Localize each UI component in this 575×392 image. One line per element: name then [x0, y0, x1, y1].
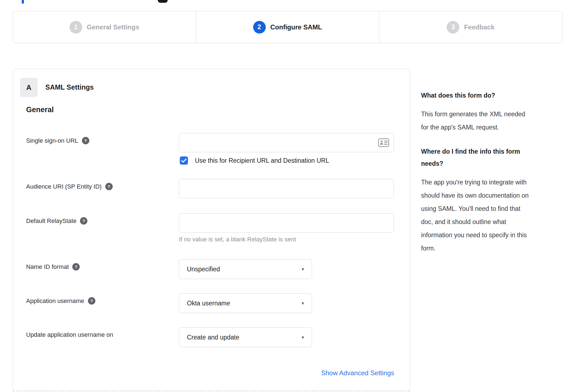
- chevron-down-icon: ▾: [302, 300, 304, 306]
- help-text-line: for the app's SAML request.: [421, 121, 565, 134]
- step-general-settings[interactable]: 1 General Settings: [13, 11, 196, 43]
- help-icon[interactable]: ?: [105, 183, 113, 190]
- field-row-single-sign-on-url: Single sign-on URL ? Use this for Recipi…: [13, 133, 410, 133]
- field-row-name-id-format: Name ID format ? Unspecified ▾: [13, 259, 410, 260]
- step-label: Configure SAML: [270, 23, 322, 31]
- default-relaystate-input[interactable]: [179, 213, 394, 233]
- single-sign-on-url-input[interactable]: [179, 133, 394, 152]
- checkbox-label: Use this for Recipient URL and Destinati…: [195, 157, 329, 164]
- help-paragraph-where: The app you're trying to integrate with …: [421, 176, 565, 255]
- help-heading-line: Where do I find the info this form: [421, 145, 565, 158]
- field-label-text: Single sign-on URL: [26, 137, 78, 144]
- help-text-line: The app you're trying to integrate with: [421, 176, 565, 189]
- wizard-stepper: 1 General Settings 2 Configure SAML 3 Fe…: [13, 11, 562, 43]
- section-title: SAML Settings: [45, 83, 94, 91]
- name-id-format-select[interactable]: Unspecified ▾: [179, 259, 312, 279]
- field-label: Single sign-on URL ?: [26, 137, 89, 144]
- step-number-badge: 1: [70, 21, 82, 34]
- field-label-text: Name ID format: [26, 263, 69, 270]
- chevron-down-icon: ▾: [302, 266, 304, 272]
- section-a-badge: A: [20, 78, 38, 97]
- step-label: General Settings: [87, 23, 139, 31]
- step-feedback[interactable]: 3 Feedback: [379, 11, 562, 43]
- saml-settings-panel: A SAML Settings General Single sign-on U…: [13, 69, 410, 392]
- select-value: Unspecified: [187, 266, 302, 273]
- step-number-badge: 2: [253, 21, 266, 34]
- select-value: Create and update: [187, 334, 302, 341]
- help-text-line: information you need to specify in this: [421, 228, 565, 242]
- help-sidebar: What does this form do? This form genera…: [421, 89, 565, 255]
- field-label-text: Update application username on: [26, 331, 113, 338]
- chevron-down-icon: ▾: [302, 335, 304, 340]
- step-number-badge: 3: [447, 21, 459, 34]
- help-text-line: using SAML. You'll need to find that: [421, 202, 565, 215]
- field-row-update-application-username: Update application username on Create an…: [13, 327, 410, 328]
- audience-uri-input[interactable]: [179, 179, 394, 198]
- header-cutoff-blue-mark: [22, 0, 24, 4]
- contact-card-icon[interactable]: [378, 138, 389, 147]
- relaystate-hint-text: If no value is set, a blank RelayState i…: [179, 236, 296, 243]
- application-username-select[interactable]: Okta username ▾: [179, 293, 312, 313]
- field-label: Default RelayState ?: [26, 217, 87, 225]
- checkmark-icon: [181, 158, 187, 163]
- help-icon[interactable]: ?: [82, 137, 89, 144]
- help-text-line: should have its own documentation on: [421, 189, 565, 202]
- step-configure-saml[interactable]: 2 Configure SAML: [196, 11, 379, 43]
- help-paragraph-what: This form generates the XML needed for t…: [421, 107, 565, 134]
- header-cutoff-logo-fragment: [158, 0, 168, 3]
- help-icon[interactable]: ?: [72, 263, 80, 270]
- field-label-text: Audience URI (SP Entity ID): [26, 183, 102, 190]
- section-dashed-divider: [13, 391, 410, 391]
- step-label: Feedback: [464, 23, 494, 31]
- field-label: Name ID format ?: [26, 263, 80, 270]
- field-row-application-username: Application username ? Okta username ▾: [13, 293, 410, 294]
- show-advanced-settings-link[interactable]: Show Advanced Settings: [321, 369, 394, 377]
- help-text-line: This form generates the XML needed: [421, 107, 565, 121]
- use-for-recipient-destination-checkbox[interactable]: [180, 156, 188, 165]
- field-label: Audience URI (SP Entity ID) ?: [26, 183, 113, 190]
- field-label: Update application username on: [26, 331, 113, 338]
- help-heading-line: needs?: [421, 158, 565, 170]
- help-icon[interactable]: ?: [88, 297, 95, 305]
- help-text-line: doc, and it should outline what: [421, 215, 565, 228]
- field-label-text: Application username: [26, 297, 84, 305]
- help-icon[interactable]: ?: [80, 217, 87, 225]
- recipient-url-checkbox-row: Use this for Recipient URL and Destinati…: [180, 156, 329, 165]
- field-label-text: Default RelayState: [26, 217, 76, 225]
- update-application-username-select[interactable]: Create and update ▾: [179, 327, 312, 347]
- help-heading-what: What does this form do?: [421, 89, 565, 101]
- help-heading-where: Where do I find the info this form needs…: [421, 145, 565, 170]
- field-row-audience-uri: Audience URI (SP Entity ID) ?: [13, 179, 410, 179]
- select-value: Okta username: [187, 300, 302, 307]
- field-label: Application username ?: [26, 297, 95, 305]
- field-row-default-relaystate: Default RelayState ? If no value is set,…: [13, 213, 410, 214]
- general-group-heading: General: [26, 106, 54, 114]
- help-text-line: form.: [421, 242, 565, 255]
